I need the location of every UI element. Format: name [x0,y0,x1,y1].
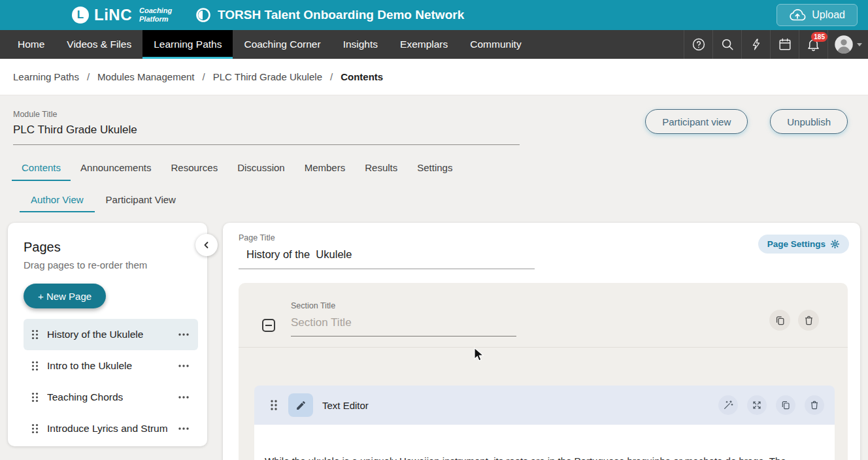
nav-items: Home Videos & Files Learning Paths Coach… [0,30,533,59]
page-editor-panel: Page Title Page Settings Section Title [223,223,860,460]
quick-actions-button[interactable] [741,30,770,59]
tab-participant-view[interactable]: Participant View [95,194,187,212]
help-button[interactable] [684,30,712,59]
breadcrumb-learning-paths[interactable]: Learning Paths [13,71,79,82]
tab-settings[interactable]: Settings [407,162,462,181]
page-item-teaching-chords[interactable]: Teaching Chords [24,382,198,413]
duplicate-block-button[interactable] [776,395,795,415]
nav-item-community[interactable]: Community [459,30,532,59]
magic-wand-icon [723,400,733,410]
expand-button[interactable] [747,395,767,415]
more-options-icon [178,365,189,367]
main-nav: Home Videos & Files Learning Paths Coach… [0,30,868,59]
text-editor-paragraph: While the ukulele is a uniquely Hawaiian… [265,452,801,460]
duplicate-icon [775,315,786,326]
nav-item-home[interactable]: Home [7,30,56,59]
app-window: L LiNC Coaching Platform TORSH Talent On… [0,0,868,460]
page-item-more-button[interactable] [176,362,192,370]
block-type-label: Text Editor [322,400,369,411]
linc-logo-text: LiNC [94,6,132,24]
linc-logo[interactable]: L LiNC Coaching Platform [72,6,178,24]
search-icon [720,37,735,52]
nav-icon-group: 185 [684,30,868,59]
page-item-more-button[interactable] [176,425,192,433]
breadcrumb-module-name[interactable]: PLC Third Grade Ukulele [195,71,322,82]
text-editor-block: Text Editor [254,386,835,460]
upload-button[interactable]: Upload [776,4,858,26]
unpublish-button[interactable]: Unpublish [770,109,848,134]
pages-list: History of the Ukulele Intro to the Ukul… [24,319,198,444]
gear-icon [830,239,840,249]
page-settings-button[interactable]: Page Settings [758,235,849,254]
network-title-group: TORSH Talent Onboarding Demo Network [195,7,464,23]
nav-item-videos-files[interactable]: Videos & Files [56,30,142,59]
chevron-down-icon [857,43,862,46]
section-header: Section Title [254,301,835,337]
avatar-icon [834,35,854,54]
section-title-label: Section Title [291,301,516,310]
collapse-section-button[interactable] [262,319,275,332]
module-title-field[interactable] [13,119,520,145]
account-menu[interactable] [827,30,868,59]
drag-handle-icon[interactable] [31,423,39,434]
pages-panel: Pages Drag pages to re-order them + New … [8,223,207,446]
edit-text-button[interactable] [288,393,313,417]
upload-label: Upload [812,9,845,21]
breadcrumb-contents: Contents [322,71,383,82]
text-editor-actions [718,395,824,415]
tab-contents[interactable]: Contents [12,162,71,181]
ai-assist-button[interactable] [718,395,738,415]
new-page-button[interactable]: + New Page [24,284,106,308]
linc-logo-icon: L [72,7,89,24]
section-divider [239,347,848,348]
notifications-button[interactable]: 185 [799,30,827,59]
tab-discussion[interactable]: Discussion [227,162,295,181]
nav-item-insights[interactable]: Insights [332,30,389,59]
search-button[interactable] [712,30,741,59]
tab-announcements[interactable]: Announcements [71,162,161,181]
drag-handle-icon[interactable] [31,361,39,371]
nav-item-exemplars[interactable]: Exemplars [389,30,459,59]
tab-members[interactable]: Members [295,162,356,181]
torsh-logo-icon [195,7,211,23]
delete-section-button[interactable] [798,310,819,331]
collapse-panel-button[interactable] [195,234,218,256]
chevron-left-icon [203,241,210,249]
section-actions [769,310,835,331]
page-item-more-button[interactable] [176,331,192,338]
help-icon [692,37,706,52]
drag-handle-icon[interactable] [31,329,39,340]
trash-icon [809,400,820,410]
participant-view-button[interactable]: Participant view [645,109,748,134]
section-title-field[interactable] [291,310,516,337]
tab-author-view[interactable]: Author View [20,194,95,212]
page-item-intro-to-the-ukulele[interactable]: Intro to the Ukulele [24,350,198,382]
calendar-button[interactable] [770,30,799,59]
lightning-icon [750,37,763,52]
delete-block-button[interactable] [805,395,824,415]
coaching-platform-label: Coaching Platform [139,7,178,23]
page-item-label: Introduce Lyrics and Strum... [47,423,167,435]
drag-handle-icon[interactable] [31,392,39,402]
network-title: TORSH Talent Onboarding Demo Network [218,8,464,22]
top-header: L LiNC Coaching Platform TORSH Talent On… [0,0,868,30]
nav-item-learning-paths[interactable]: Learning Paths [142,30,233,59]
tab-resources[interactable]: Resources [161,162,227,181]
breadcrumb-modules-management[interactable]: Modules Management [79,71,195,82]
section-title-group: Section Title [291,301,516,337]
page-item-more-button[interactable] [176,393,192,401]
page-item-introduce-lyrics-and-strum[interactable]: Introduce Lyrics and Strum... [24,413,198,444]
page-item-history-of-the-ukulele[interactable]: History of the Ukulele [24,319,198,350]
more-options-icon [178,427,189,430]
nav-item-coaching-corner[interactable]: Coaching Corner [233,30,331,59]
duplicate-section-button[interactable] [769,310,790,331]
drag-handle-icon[interactable] [270,399,278,411]
page-title-field[interactable] [239,242,535,269]
tab-results[interactable]: Results [355,162,407,181]
view-tabs: Author View Participant View [0,194,868,212]
expand-icon [752,400,762,410]
page-item-label: History of the Ukulele [47,329,143,340]
text-editor-content[interactable]: While the ukulele is a uniquely Hawaiian… [254,425,835,460]
trash-icon [803,315,814,326]
page-title-label: Page Title [239,233,848,242]
